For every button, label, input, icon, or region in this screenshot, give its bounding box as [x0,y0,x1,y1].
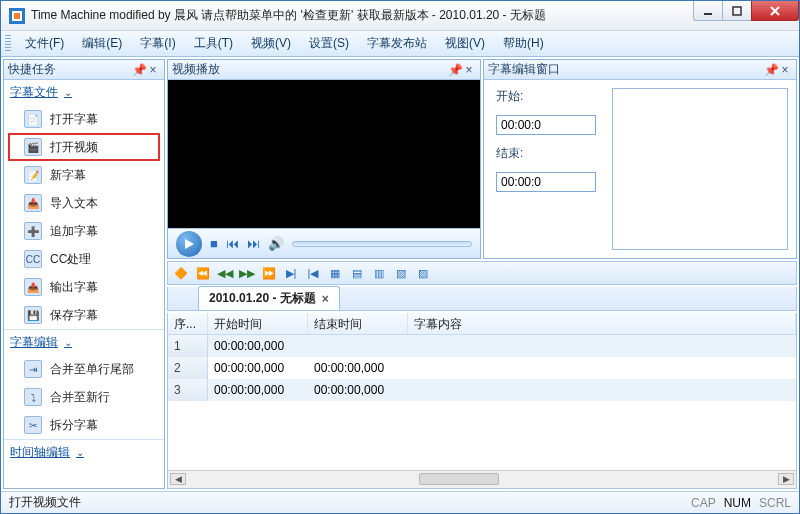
scroll-left-icon[interactable]: ◀ [170,473,186,485]
rewind-icon[interactable]: ◀◀ [216,264,234,282]
next-button[interactable]: ⏭ [247,236,260,251]
cc-icon: CC [24,250,42,268]
rewind-fast-icon[interactable]: ⏪ [194,264,212,282]
tool-icon[interactable]: ▦ [326,264,344,282]
status-num: NUM [724,496,751,510]
mark-in-icon[interactable]: ▶| [282,264,300,282]
tab-label: 2010.01.20 - 无标题 [209,290,316,307]
chevron-icon: ⌄ [64,87,72,98]
import-icon: 📥 [24,194,42,212]
menu-view[interactable]: 视图(V) [437,32,493,55]
sidebar-item-import-text[interactable]: 📥导入文本 [4,189,164,217]
document-tab[interactable]: 2010.01.20 - 无标题 × [198,286,340,310]
menu-tools[interactable]: 工具(T) [186,32,241,55]
split-icon: ✂ [24,416,42,434]
sidebar-item-merge-newline[interactable]: ⤵合并至新行 [4,383,164,411]
play-button[interactable] [176,231,202,257]
video-pane: 视频播放 📌 × ■ ⏮ ⏭ 🔊 [167,59,481,259]
titlebar: Time Machine modified by 晨风 请点帮助菜单中的 '检查… [1,1,799,31]
subtitle-grid: 序... 开始时间 结束时间 字幕内容 1 00:00:00,000 2 00:… [167,313,797,489]
menu-subtitle[interactable]: 字幕(I) [132,32,183,55]
new-icon: 📝 [24,166,42,184]
close-pane-icon[interactable]: × [462,63,476,77]
minimize-button[interactable] [693,1,723,21]
sidebar-item-save-subtitle[interactable]: 💾保存字幕 [4,301,164,329]
video-canvas[interactable] [168,80,480,228]
sidebar-item-open-video[interactable]: 🎬打开视频 [8,133,160,161]
maximize-button[interactable] [722,1,752,21]
col-index[interactable]: 序... [168,313,208,334]
prev-button[interactable]: ⏮ [226,236,239,251]
pin-icon[interactable]: 📌 [448,63,462,77]
mark-out-icon[interactable]: |◀ [304,264,322,282]
tool-icon[interactable]: 🔶 [172,264,190,282]
close-button[interactable] [751,1,799,21]
status-cap: CAP [691,496,716,510]
menubar-grip-icon [5,35,11,53]
body: 快捷任务 📌 × 字幕文件⌄ 📄打开字幕 🎬打开视频 📝新字幕 📥导入文本 ➕追… [1,57,799,491]
edit-body: 开始: 结束: [484,80,796,258]
table-row[interactable]: 1 00:00:00,000 [168,335,796,357]
horizontal-scrollbar[interactable]: ◀ ▶ [168,470,796,488]
app-window: Time Machine modified by 晨风 请点帮助菜单中的 '检查… [0,0,800,514]
start-label: 开始: [496,88,523,105]
grid-body[interactable]: 1 00:00:00,000 2 00:00:00,000 00:00:00,0… [168,335,796,470]
forward-icon[interactable]: ▶▶ [238,264,256,282]
stop-button[interactable]: ■ [210,236,218,251]
volume-icon[interactable]: 🔊 [268,236,284,251]
section-subtitle-file[interactable]: 字幕文件⌄ [4,80,164,105]
status-hint: 打开视频文件 [9,494,81,511]
tool-icon[interactable]: ▧ [392,264,410,282]
document-tabbar: 2010.01.20 - 无标题 × [167,287,797,311]
statusbar: 打开视频文件 CAP NUM SCRL [1,491,799,513]
sidebar-item-split[interactable]: ✂拆分字幕 [4,411,164,439]
end-label: 结束: [496,145,523,162]
close-pane-icon[interactable]: × [778,63,792,77]
menu-file[interactable]: 文件(F) [17,32,72,55]
tool-icon[interactable]: ▤ [348,264,366,282]
window-title: Time Machine modified by 晨风 请点帮助菜单中的 '检查… [31,7,694,24]
center-area: 视频播放 📌 × ■ ⏮ ⏭ 🔊 [167,59,797,489]
col-content[interactable]: 字幕内容 [408,313,796,334]
menu-edit[interactable]: 编辑(E) [74,32,130,55]
menu-help[interactable]: 帮助(H) [495,32,552,55]
sidebar-item-open-subtitle[interactable]: 📄打开字幕 [4,105,164,133]
save-icon: 💾 [24,306,42,324]
quick-tasks-title: 快捷任务 [8,61,56,78]
end-input[interactable] [496,172,596,192]
sidebar-item-new-subtitle[interactable]: 📝新字幕 [4,161,164,189]
scroll-thumb[interactable] [419,473,499,485]
timeline-toolbar: 🔶 ⏪ ◀◀ ▶▶ ⏩ ▶| |◀ ▦ ▤ ▥ ▧ ▨ [167,261,797,285]
sidebar-item-cc[interactable]: CCCC处理 [4,245,164,273]
scroll-right-icon[interactable]: ▶ [778,473,794,485]
col-end[interactable]: 结束时间 [308,313,408,334]
menu-video[interactable]: 视频(V) [243,32,299,55]
pin-icon[interactable]: 📌 [764,63,778,77]
pin-icon[interactable]: 📌 [132,63,146,77]
subtitle-textarea[interactable] [612,88,788,250]
tool-icon[interactable]: ▨ [414,264,432,282]
quick-tasks-content: 字幕文件⌄ 📄打开字幕 🎬打开视频 📝新字幕 📥导入文本 ➕追加字幕 CCCC处… [4,80,164,488]
forward-fast-icon[interactable]: ⏩ [260,264,278,282]
start-input[interactable] [496,115,596,135]
sidebar-item-append-subtitle[interactable]: ➕追加字幕 [4,217,164,245]
menu-settings[interactable]: 设置(S) [301,32,357,55]
svg-rect-3 [704,13,712,15]
table-row[interactable]: 2 00:00:00,000 00:00:00,000 [168,357,796,379]
close-pane-icon[interactable]: × [146,63,160,77]
seek-bar[interactable] [292,241,472,247]
menubar: 文件(F) 编辑(E) 字幕(I) 工具(T) 视频(V) 设置(S) 字幕发布… [1,31,799,57]
video-title: 视频播放 [172,61,220,78]
status-scrl: SCRL [759,496,791,510]
section-subtitle-edit[interactable]: 字幕编辑⌄ [4,329,164,355]
section-timeline-edit[interactable]: 时间轴编辑⌄ [4,439,164,465]
tool-icon[interactable]: ▥ [370,264,388,282]
sidebar-item-export-subtitle[interactable]: 📤输出字幕 [4,273,164,301]
menu-publish[interactable]: 字幕发布站 [359,32,435,55]
sidebar-item-merge-tail[interactable]: ⇥合并至单行尾部 [4,355,164,383]
edit-header: 字幕编辑窗口 📌 × [484,60,796,80]
col-start[interactable]: 开始时间 [208,313,308,334]
table-row[interactable]: 3 00:00:00,000 00:00:00,000 [168,379,796,401]
video-header: 视频播放 📌 × [168,60,480,80]
tab-close-icon[interactable]: × [322,292,329,306]
